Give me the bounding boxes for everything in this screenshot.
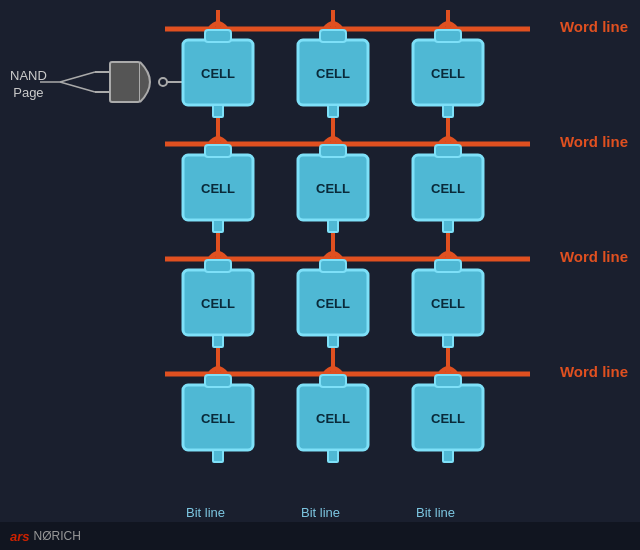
svg-rect-47 <box>443 450 453 462</box>
svg-text:CELL: CELL <box>316 181 350 196</box>
diagram-area: CELL CELL CELL CELL CELL CELL CELL CELL … <box>0 0 640 550</box>
svg-rect-22 <box>205 145 231 157</box>
svg-text:CELL: CELL <box>316 411 350 426</box>
svg-rect-37 <box>435 260 461 272</box>
svg-line-61 <box>60 82 95 92</box>
bit-line-label-1: Bit line <box>186 505 225 520</box>
word-line-label-1: Word line <box>560 18 628 35</box>
svg-point-4 <box>159 78 167 86</box>
svg-text:CELL: CELL <box>201 181 235 196</box>
svg-rect-0 <box>110 62 140 102</box>
svg-rect-35 <box>328 335 338 347</box>
svg-rect-26 <box>328 220 338 232</box>
word-line-label-2: Word line <box>560 133 628 150</box>
svg-rect-25 <box>320 145 346 157</box>
svg-rect-34 <box>320 260 346 272</box>
svg-rect-23 <box>213 220 223 232</box>
svg-text:CELL: CELL <box>201 296 235 311</box>
svg-line-60 <box>60 72 95 82</box>
svg-text:CELL: CELL <box>431 411 465 426</box>
svg-rect-20 <box>443 105 453 117</box>
svg-rect-14 <box>213 105 223 117</box>
svg-rect-28 <box>435 145 461 157</box>
svg-rect-40 <box>205 375 231 387</box>
svg-rect-41 <box>213 450 223 462</box>
svg-rect-29 <box>443 220 453 232</box>
svg-text:CELL: CELL <box>431 66 465 81</box>
svg-text:CELL: CELL <box>431 181 465 196</box>
svg-rect-19 <box>435 30 461 42</box>
svg-rect-43 <box>320 375 346 387</box>
svg-text:CELL: CELL <box>431 296 465 311</box>
svg-text:CELL: CELL <box>316 296 350 311</box>
svg-rect-46 <box>435 375 461 387</box>
footer-bar: ars NØRICH <box>0 522 640 550</box>
svg-rect-38 <box>443 335 453 347</box>
svg-rect-44 <box>328 450 338 462</box>
svg-rect-16 <box>320 30 346 42</box>
nand-page-label: NAND Page <box>10 68 47 102</box>
diagram-svg: CELL CELL CELL CELL CELL CELL CELL CELL … <box>0 0 640 550</box>
svg-text:CELL: CELL <box>201 66 235 81</box>
word-line-label-3: Word line <box>560 248 628 265</box>
svg-rect-31 <box>205 260 231 272</box>
bit-line-label-3: Bit line <box>416 505 455 520</box>
ars-logo: ars <box>10 529 30 544</box>
svg-rect-32 <box>213 335 223 347</box>
svg-text:CELL: CELL <box>201 411 235 426</box>
author-name: NØRICH <box>34 529 81 543</box>
svg-text:CELL: CELL <box>316 66 350 81</box>
svg-rect-17 <box>328 105 338 117</box>
word-line-label-4: Word line <box>560 363 628 380</box>
bit-line-label-2: Bit line <box>301 505 340 520</box>
svg-rect-13 <box>205 30 231 42</box>
